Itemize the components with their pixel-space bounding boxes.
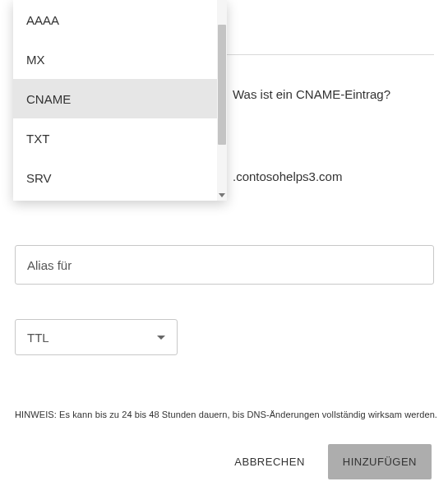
dropdown-item-txt[interactable]: TXT: [13, 118, 217, 158]
chevron-down-icon[interactable]: [219, 193, 225, 197]
domain-suffix: .contosohelps3.com: [233, 169, 342, 183]
dns-hint: HINWEIS: Es kann bis zu 24 bis 48 Stunde…: [15, 410, 437, 419]
dropdown-item-aaaa[interactable]: AAAA: [13, 0, 217, 39]
action-buttons: ABBRECHEN HINZUFÜGEN: [229, 444, 432, 479]
dropdown-item-mx[interactable]: MX: [13, 39, 217, 79]
chevron-down-icon: [157, 336, 165, 340]
cname-help-link[interactable]: Was ist ein CNAME-Eintrag?: [233, 87, 390, 101]
cancel-button[interactable]: ABBRECHEN: [229, 446, 309, 478]
dropdown-item-label: SRV: [26, 171, 52, 185]
dropdown-item-label: MX: [26, 53, 45, 67]
dropdown-item-label: TXT: [26, 132, 49, 146]
dropdown-scrollbar[interactable]: [217, 0, 227, 201]
record-type-dropdown[interactable]: AAAA MX CNAME TXT SRV: [13, 0, 227, 201]
ttl-select[interactable]: TTL: [15, 319, 178, 355]
ttl-label: TTL: [27, 331, 49, 345]
scrollbar-thumb[interactable]: [218, 25, 226, 145]
alias-input[interactable]: [15, 245, 434, 285]
dropdown-item-label: CNAME: [26, 92, 71, 106]
dropdown-item-cname[interactable]: CNAME: [13, 79, 217, 118]
dropdown-list: AAAA MX CNAME TXT SRV: [13, 0, 217, 201]
dropdown-item-srv[interactable]: SRV: [13, 158, 217, 197]
dropdown-item-label: AAAA: [26, 13, 59, 27]
add-button[interactable]: HINZUFÜGEN: [328, 444, 432, 479]
